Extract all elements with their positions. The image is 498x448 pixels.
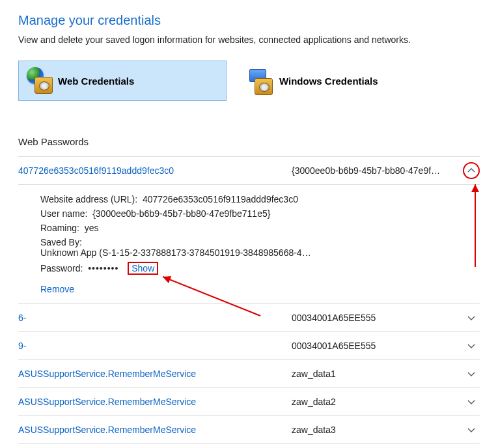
credential-row[interactable]: ASUSSupportService.RememberMeService zaw… [18,360,480,388]
url-label: Website address (URL) [40,194,143,204]
credential-value: zaw_data3 [292,425,463,435]
credential-value: {3000ee0b-b6b9-45b7-bb80-47e9f… [292,165,463,176]
expand-button[interactable] [463,309,480,326]
credential-name: ASUSSupportService.RememberMeService [18,397,292,407]
credential-value: zaw_data2 [292,397,463,407]
savedby-label: Saved By: [40,237,82,247]
credential-value: zaw_data1 [292,369,463,379]
windows-credentials-icon [247,66,275,95]
credential-row[interactable]: ASUSSupportService.RememberMeService zaw… [18,388,480,416]
credential-name: 6- [18,313,292,323]
tab-web-label: Web Credentials [58,76,134,87]
username-label: User name [40,208,92,219]
tab-windows-label: Windows Credentials [279,76,378,87]
credential-list: 407726e6353c0516f9119addd9fec3c0 {3000ee… [18,156,480,448]
chevron-down-icon [467,342,475,350]
expand-button[interactable] [463,421,480,438]
roaming-value: yes [85,223,99,233]
credential-row[interactable]: 6- 00034001A65EE555 [18,304,480,332]
savedby-value: Unknown App (S-1-15-2-337888173-37845019… [40,247,311,258]
chevron-up-icon [467,167,475,175]
password-value-masked: •••••••• [88,263,118,273]
expand-button[interactable] [463,337,480,354]
credential-name: ASUSSupportService.RememberMeService [18,369,292,379]
expand-button[interactable] [463,365,480,382]
credential-name: 9- [18,341,292,351]
credential-row-expanded[interactable]: 407726e6353c0516f9119addd9fec3c0 {3000ee… [18,157,480,185]
web-credentials-icon [25,66,54,95]
remove-credential-link[interactable]: Remove [40,284,74,294]
chevron-down-icon [467,314,475,322]
tab-web-credentials[interactable]: Web Credentials [18,61,227,101]
chevron-down-icon [467,398,475,406]
roaming-label: Roaming [40,223,85,233]
credential-row[interactable]: CCredentialsManager AccountManager [18,444,480,448]
collapse-button[interactable] [463,162,480,179]
section-title: Web Passwords [18,136,480,147]
tab-windows-credentials[interactable]: Windows Credentials [240,61,448,101]
credential-detail: Website address (URL)407726e6353c0516f91… [18,185,480,304]
credential-name: ASUSSupportService.RememberMeService [18,425,292,435]
chevron-down-icon [467,370,475,378]
credential-value: 00034001A65EE555 [292,341,463,351]
page-subtitle: View and delete your saved logon informa… [18,35,480,45]
credential-value: 00034001A65EE555 [292,313,463,323]
username-value: {3000ee0b-b6b9-45b7-bb80-47e9fbe711e5} [92,208,270,219]
show-password-button[interactable]: Show [128,262,158,275]
credential-row[interactable]: 9- 00034001A65EE555 [18,332,480,360]
password-label: Password [40,263,88,273]
chevron-down-icon [467,426,475,434]
page-title: Manage your credentials [18,13,480,28]
credential-row[interactable]: ASUSSupportService.RememberMeService zaw… [18,416,480,444]
credential-name: 407726e6353c0516f9119addd9fec3c0 [18,165,292,176]
credential-type-tabs: Web Credentials Windows Credentials [18,61,480,101]
expand-button[interactable] [463,393,480,410]
url-value: 407726e6353c0516f9119addd9fec3c0 [143,194,298,204]
